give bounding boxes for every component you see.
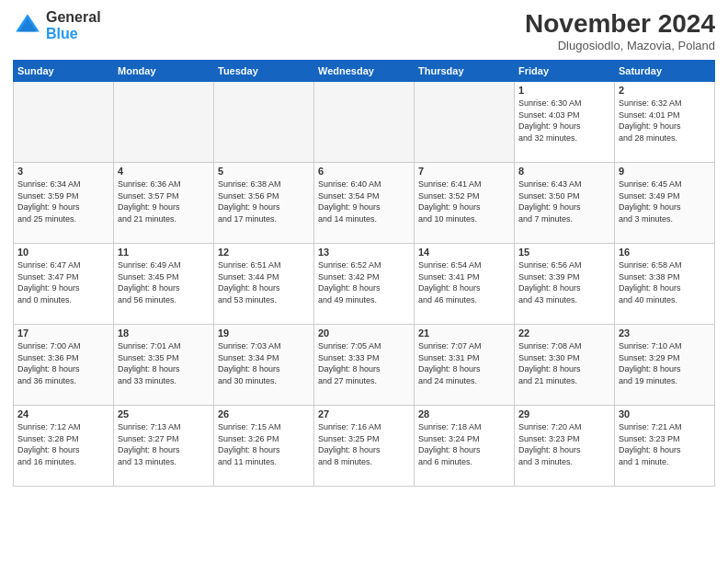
day-info: Sunrise: 6:47 AM Sunset: 3:47 PM Dayligh… (17, 259, 109, 305)
calendar-cell: 24Sunrise: 7:12 AM Sunset: 3:28 PM Dayli… (14, 406, 114, 487)
page: General Blue November 2024 Dlugosiodlo, … (0, 0, 728, 563)
calendar-cell: 1Sunrise: 6:30 AM Sunset: 4:03 PM Daylig… (515, 82, 615, 163)
calendar-cell: 14Sunrise: 6:54 AM Sunset: 3:41 PM Dayli… (415, 244, 515, 325)
day-number: 20 (318, 327, 410, 339)
logo-icon (13, 11, 42, 40)
day-number: 17 (17, 327, 109, 339)
calendar-cell: 23Sunrise: 7:10 AM Sunset: 3:29 PM Dayli… (615, 325, 715, 406)
calendar-cell: 4Sunrise: 6:36 AM Sunset: 3:57 PM Daylig… (114, 163, 214, 244)
calendar-cell: 21Sunrise: 7:07 AM Sunset: 3:31 PM Dayli… (415, 325, 515, 406)
day-info: Sunrise: 7:00 AM Sunset: 3:36 PM Dayligh… (17, 340, 109, 386)
day-number: 22 (518, 327, 610, 339)
calendar-cell (114, 82, 214, 163)
calendar-cell: 22Sunrise: 7:08 AM Sunset: 3:30 PM Dayli… (515, 325, 615, 406)
day-info: Sunrise: 6:58 AM Sunset: 3:38 PM Dayligh… (619, 259, 711, 305)
day-number: 28 (418, 408, 510, 419)
calendar-cell: 7Sunrise: 6:41 AM Sunset: 3:52 PM Daylig… (415, 163, 515, 244)
day-info: Sunrise: 7:15 AM Sunset: 3:26 PM Dayligh… (218, 421, 310, 467)
day-info: Sunrise: 7:07 AM Sunset: 3:31 PM Dayligh… (418, 340, 510, 386)
day-info: Sunrise: 6:38 AM Sunset: 3:56 PM Dayligh… (218, 178, 310, 224)
day-number: 8 (518, 166, 610, 177)
calendar-cell: 16Sunrise: 6:58 AM Sunset: 3:38 PM Dayli… (615, 244, 715, 325)
weekday-header-sunday: Sunday (14, 61, 114, 82)
header: General Blue November 2024 Dlugosiodlo, … (13, 9, 715, 52)
day-info: Sunrise: 6:41 AM Sunset: 3:52 PM Dayligh… (418, 178, 510, 224)
day-number: 7 (418, 166, 510, 177)
weekday-header-saturday: Saturday (615, 61, 715, 82)
calendar-cell: 6Sunrise: 6:40 AM Sunset: 3:54 PM Daylig… (314, 163, 415, 244)
week-row-1: 1Sunrise: 6:30 AM Sunset: 4:03 PM Daylig… (14, 82, 715, 163)
day-info: Sunrise: 6:40 AM Sunset: 3:54 PM Dayligh… (318, 178, 410, 224)
calendar-cell (415, 82, 515, 163)
week-row-4: 17Sunrise: 7:00 AM Sunset: 3:36 PM Dayli… (14, 325, 715, 406)
calendar-cell: 27Sunrise: 7:16 AM Sunset: 3:25 PM Dayli… (314, 406, 415, 487)
day-info: Sunrise: 7:08 AM Sunset: 3:30 PM Dayligh… (518, 340, 610, 386)
day-number: 12 (218, 247, 310, 258)
day-number: 16 (619, 247, 711, 258)
day-number: 10 (17, 247, 109, 258)
day-number: 19 (218, 327, 310, 339)
month-title: November 2024 (525, 9, 715, 39)
day-info: Sunrise: 6:45 AM Sunset: 3:49 PM Dayligh… (619, 178, 711, 224)
calendar-cell: 29Sunrise: 7:20 AM Sunset: 3:23 PM Dayli… (515, 406, 615, 487)
day-number: 11 (118, 247, 210, 258)
day-info: Sunrise: 7:21 AM Sunset: 3:23 PM Dayligh… (619, 421, 711, 467)
day-info: Sunrise: 7:16 AM Sunset: 3:25 PM Dayligh… (318, 421, 410, 467)
weekday-header-wednesday: Wednesday (314, 61, 415, 82)
day-info: Sunrise: 6:32 AM Sunset: 4:01 PM Dayligh… (619, 98, 711, 144)
calendar-cell: 19Sunrise: 7:03 AM Sunset: 3:34 PM Dayli… (214, 325, 314, 406)
logo: General Blue (13, 9, 101, 41)
day-info: Sunrise: 7:20 AM Sunset: 3:23 PM Dayligh… (518, 421, 610, 467)
calendar-cell: 15Sunrise: 6:56 AM Sunset: 3:39 PM Dayli… (515, 244, 615, 325)
week-row-5: 24Sunrise: 7:12 AM Sunset: 3:28 PM Dayli… (14, 406, 715, 487)
logo-general: General (46, 9, 101, 25)
logo-text: General Blue (46, 9, 101, 41)
day-info: Sunrise: 7:03 AM Sunset: 3:34 PM Dayligh… (218, 340, 310, 386)
day-number: 27 (318, 408, 410, 419)
day-info: Sunrise: 7:13 AM Sunset: 3:27 PM Dayligh… (118, 421, 210, 467)
day-number: 2 (619, 85, 711, 96)
calendar-cell: 3Sunrise: 6:34 AM Sunset: 3:59 PM Daylig… (14, 163, 114, 244)
calendar-cell (14, 82, 114, 163)
calendar-cell: 20Sunrise: 7:05 AM Sunset: 3:33 PM Dayli… (314, 325, 415, 406)
day-info: Sunrise: 7:10 AM Sunset: 3:29 PM Dayligh… (619, 340, 711, 386)
calendar: SundayMondayTuesdayWednesdayThursdayFrid… (13, 60, 715, 487)
day-info: Sunrise: 6:43 AM Sunset: 3:50 PM Dayligh… (518, 178, 610, 224)
calendar-cell: 8Sunrise: 6:43 AM Sunset: 3:50 PM Daylig… (515, 163, 615, 244)
day-number: 29 (518, 408, 610, 419)
calendar-cell: 2Sunrise: 6:32 AM Sunset: 4:01 PM Daylig… (615, 82, 715, 163)
calendar-cell: 11Sunrise: 6:49 AM Sunset: 3:45 PM Dayli… (114, 244, 214, 325)
day-number: 18 (118, 327, 210, 339)
calendar-cell: 12Sunrise: 6:51 AM Sunset: 3:44 PM Dayli… (214, 244, 314, 325)
calendar-cell: 25Sunrise: 7:13 AM Sunset: 3:27 PM Dayli… (114, 406, 214, 487)
day-number: 14 (418, 247, 510, 258)
day-number: 13 (318, 247, 410, 258)
day-number: 23 (619, 327, 711, 339)
day-info: Sunrise: 7:01 AM Sunset: 3:35 PM Dayligh… (118, 340, 210, 386)
calendar-cell: 30Sunrise: 7:21 AM Sunset: 3:23 PM Dayli… (615, 406, 715, 487)
weekday-header-monday: Monday (114, 61, 214, 82)
location: Dlugosiodlo, Mazovia, Poland (525, 39, 715, 52)
calendar-cell: 18Sunrise: 7:01 AM Sunset: 3:35 PM Dayli… (114, 325, 214, 406)
day-info: Sunrise: 6:56 AM Sunset: 3:39 PM Dayligh… (518, 259, 610, 305)
calendar-cell: 10Sunrise: 6:47 AM Sunset: 3:47 PM Dayli… (14, 244, 114, 325)
day-number: 24 (17, 408, 109, 419)
logo-blue: Blue (46, 26, 78, 41)
title-block: November 2024 Dlugosiodlo, Mazovia, Pola… (525, 9, 715, 52)
day-number: 3 (17, 166, 109, 177)
day-info: Sunrise: 7:05 AM Sunset: 3:33 PM Dayligh… (318, 340, 410, 386)
calendar-cell: 28Sunrise: 7:18 AM Sunset: 3:24 PM Dayli… (415, 406, 515, 487)
day-number: 9 (619, 166, 711, 177)
day-info: Sunrise: 6:30 AM Sunset: 4:03 PM Dayligh… (518, 98, 610, 144)
calendar-cell: 5Sunrise: 6:38 AM Sunset: 3:56 PM Daylig… (214, 163, 314, 244)
day-number: 1 (518, 85, 610, 96)
calendar-cell (214, 82, 314, 163)
day-info: Sunrise: 6:51 AM Sunset: 3:44 PM Dayligh… (218, 259, 310, 305)
day-info: Sunrise: 7:12 AM Sunset: 3:28 PM Dayligh… (17, 421, 109, 467)
week-row-2: 3Sunrise: 6:34 AM Sunset: 3:59 PM Daylig… (14, 163, 715, 244)
calendar-cell: 9Sunrise: 6:45 AM Sunset: 3:49 PM Daylig… (615, 163, 715, 244)
day-number: 25 (118, 408, 210, 419)
weekday-header-tuesday: Tuesday (214, 61, 314, 82)
calendar-cell (314, 82, 415, 163)
day-info: Sunrise: 6:49 AM Sunset: 3:45 PM Dayligh… (118, 259, 210, 305)
